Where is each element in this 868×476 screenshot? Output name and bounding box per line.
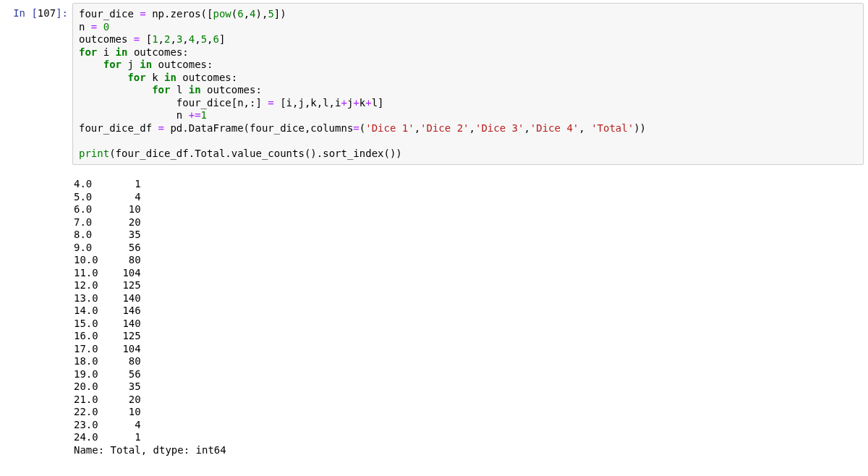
- code-token: =: [158, 122, 164, 134]
- code-token: for: [79, 46, 97, 58]
- code-token: n: [79, 109, 189, 121]
- code-token: +=: [189, 109, 201, 121]
- output-prompt: [4, 174, 72, 178]
- code-token: 'Dice 2': [420, 122, 469, 134]
- prompt-number: 107: [38, 7, 56, 19]
- code-token: 4: [189, 33, 195, 45]
- code-token: in: [189, 84, 201, 95]
- code-token: four_dice_df: [79, 122, 158, 134]
- code-token: j: [122, 59, 140, 70]
- code-token: ,: [579, 122, 591, 134]
- code-token: 6: [213, 33, 219, 45]
- code-token: DataFrame(four_dice,columns: [189, 122, 354, 134]
- code-token: [79, 59, 103, 70]
- code-token: ,: [158, 33, 164, 45]
- code-token: value_counts(): [231, 148, 317, 159]
- code-token: np: [146, 8, 164, 20]
- code-token: [79, 72, 127, 83]
- code-token: k: [359, 97, 365, 109]
- code-token: outcomes: [79, 33, 134, 45]
- code-token: for: [152, 84, 170, 95]
- input-prompt: In [107]:: [4, 3, 72, 20]
- code-token: [97, 21, 103, 33]
- code-token: 6: [237, 8, 243, 20]
- code-token: ,: [170, 33, 176, 45]
- code-token: ,: [244, 8, 250, 20]
- code-token: 'Dice 3': [475, 122, 524, 134]
- stdout-output: 4.0 1 5.0 4 6.0 10 7.0 20 8.0 35 9.0 56 …: [72, 174, 864, 456]
- code-token: .: [182, 122, 188, 134]
- code-token: 0: [103, 21, 109, 33]
- code-token: 'Dice 1': [365, 122, 414, 134]
- code-token: .: [317, 148, 323, 159]
- code-token: Total: [195, 148, 225, 159]
- code-token: [79, 84, 152, 95]
- code-token: =: [268, 97, 273, 109]
- prompt-suffix: ]:: [56, 7, 68, 19]
- code-token: outcomes:: [152, 59, 213, 70]
- code-token: )): [634, 122, 646, 134]
- code-token: 5: [268, 8, 273, 20]
- code-token: (: [359, 122, 365, 134]
- code-token: 4: [250, 8, 255, 20]
- code-token: outcomes:: [201, 84, 262, 95]
- code-token: .: [189, 148, 195, 159]
- code-token: ,: [182, 33, 188, 45]
- code-token: +: [341, 97, 346, 109]
- code-token: sort_index()): [323, 148, 402, 159]
- code-token: =: [353, 122, 359, 134]
- code-token: print: [79, 148, 109, 159]
- code-token: ]): [274, 8, 286, 20]
- code-token: i: [97, 46, 115, 58]
- code-input-area[interactable]: four_dice = np.zeros([pow(6,4),5]) n = 0…: [72, 3, 864, 165]
- code-token: ,: [469, 122, 475, 134]
- code-token: outcomes:: [127, 46, 188, 58]
- jupyter-code-cell: In [107]: four_dice = np.zeros([pow(6,4)…: [0, 0, 868, 171]
- jupyter-output-cell: 4.0 1 5.0 4 6.0 10 7.0 20 8.0 35 9.0 56 …: [0, 171, 868, 462]
- code-token: in: [164, 72, 176, 83]
- code-token: l]: [372, 97, 384, 109]
- prompt-prefix: In [: [13, 7, 38, 19]
- code-token: +: [365, 97, 371, 109]
- code-token: =: [140, 8, 145, 20]
- code-token: four_dice[n,:]: [79, 97, 268, 109]
- code-token: ]: [219, 33, 225, 45]
- code-token: 1: [201, 109, 207, 121]
- code-token: 1: [152, 33, 158, 45]
- code-token: l: [170, 84, 188, 95]
- code-token: 'Total': [591, 122, 634, 134]
- code-token: .: [225, 148, 231, 159]
- code-token: 5: [201, 33, 207, 45]
- code-token: ,: [414, 122, 420, 134]
- code-token: for: [127, 72, 145, 83]
- code-token: ,: [524, 122, 529, 134]
- code-token: pd: [164, 122, 182, 134]
- code-token: 'Dice 4': [530, 122, 579, 134]
- code-token: ),: [256, 8, 268, 20]
- code-token: in: [140, 59, 152, 70]
- code-token: [: [140, 33, 152, 45]
- code-token: pow: [213, 8, 231, 20]
- code-token: (four_dice_df: [109, 148, 189, 159]
- code-token: n: [79, 21, 91, 33]
- code-token: +: [353, 97, 359, 109]
- code-token: in: [116, 46, 128, 58]
- code-token: zeros([: [170, 8, 213, 20]
- code-token: four_dice: [79, 8, 140, 20]
- code-token: for: [103, 59, 122, 70]
- code-token: ,: [195, 33, 200, 45]
- code-token: (: [231, 8, 237, 20]
- code-token: outcomes:: [176, 72, 237, 83]
- code-token: k: [146, 72, 164, 83]
- code-token: ,: [207, 33, 213, 45]
- code-token: [i,j,k,l,i: [274, 97, 341, 109]
